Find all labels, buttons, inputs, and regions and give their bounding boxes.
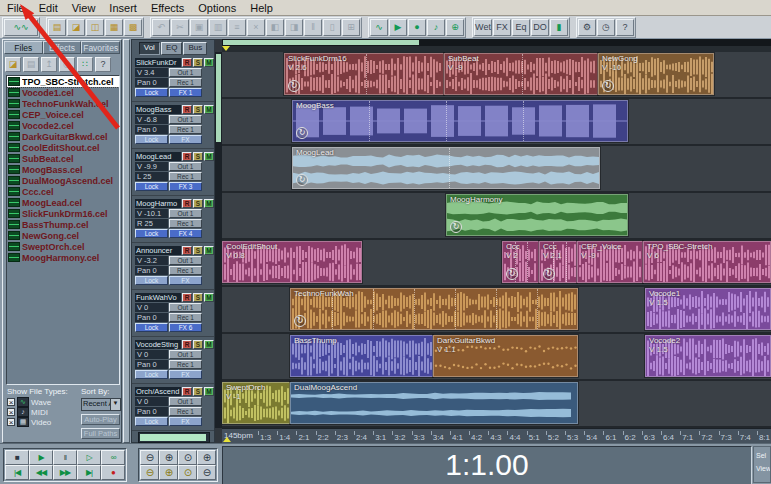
lock-button[interactable]: Lock — [135, 276, 168, 285]
solo-button[interactable]: S — [193, 246, 203, 255]
track-volume-field[interactable]: V 0 — [135, 303, 168, 312]
cut-button[interactable]: ✂ — [171, 19, 189, 36]
fx-button[interactable]: FX 3 — [169, 182, 202, 191]
clip-newgong[interactable]: NewGongV -10↻ — [598, 53, 714, 95]
pause-button[interactable]: ‖ — [53, 450, 77, 465]
clip-tpo-sbc-stretch[interactable]: TPO_SBC-StretchV 6 — [643, 241, 771, 283]
file-item[interactable]: MoogBass.cel — [7, 164, 119, 175]
output-device-button[interactable]: Out 1 — [169, 397, 202, 406]
record-arm-button[interactable]: R — [182, 293, 192, 302]
file-item[interactable]: NewGong.cel — [7, 230, 119, 241]
session-clock-button[interactable]: ◷ — [597, 19, 615, 36]
track-volume-field[interactable]: V -6.8 — [135, 115, 168, 124]
file-item[interactable]: TPO_SBC-Stretch.cel — [7, 76, 119, 87]
overdub-button[interactable]: ● — [408, 19, 426, 36]
track-volume-field[interactable]: V -9.9 — [135, 162, 168, 171]
punch-in-button[interactable]: ▶ — [389, 19, 407, 36]
metronome-button[interactable]: ♪ — [427, 19, 445, 36]
file-item[interactable]: SubBeat.cel — [7, 153, 119, 164]
solo-button[interactable]: S — [193, 199, 203, 208]
lock-button[interactable]: Lock — [135, 417, 168, 426]
clip-dualmoogascend[interactable]: DualMoogAscend — [290, 382, 578, 424]
zero-crossing-button[interactable]: ⊕ — [446, 19, 464, 36]
zoom-in-left-edge-button[interactable]: ⊖ — [197, 465, 216, 480]
sort-by-dropdown[interactable]: Recent Ac ▼ — [81, 398, 121, 411]
track-pan-field[interactable]: Pan 0 — [135, 313, 168, 322]
save-session-button[interactable]: ▦ — [105, 19, 123, 36]
record-device-button[interactable]: Rec 1 — [169, 266, 202, 275]
mute-button[interactable]: M — [204, 387, 214, 396]
clip-ccc[interactable]: CccV 2↻ — [502, 241, 539, 283]
delete-button[interactable]: × — [247, 19, 265, 36]
track-name[interactable]: FunkWahVo — [135, 293, 181, 302]
fx-button[interactable]: FX — [169, 135, 202, 144]
tab-eq[interactable]: EQ — [161, 42, 183, 55]
full-paths-button[interactable]: Full Paths — [81, 428, 120, 439]
mute-button[interactable]: M — [204, 246, 214, 255]
lock-button[interactable]: Lock — [135, 229, 168, 238]
play-button[interactable]: ▶ — [29, 450, 53, 465]
output-device-button[interactable]: Out 1 — [169, 209, 202, 218]
mute-button[interactable]: M — [204, 105, 214, 114]
record-arm-button[interactable]: R — [182, 246, 192, 255]
clip-moogbass[interactable]: MoogBass↻ — [292, 100, 628, 142]
record-device-button[interactable]: Rec 1 — [169, 313, 202, 322]
settings-button[interactable]: ⚙ — [578, 19, 596, 36]
record-arm-button[interactable]: R — [182, 340, 192, 349]
menu-edit[interactable]: Edit — [32, 2, 65, 14]
menu-insert[interactable]: Insert — [102, 2, 144, 14]
record-device-button[interactable]: Rec 1 — [169, 172, 202, 181]
zoom-in-horizontal-button[interactable]: ⊕ — [159, 450, 178, 465]
mix-paste-button[interactable]: ≡ — [228, 19, 246, 36]
playhead-marker-icon[interactable] — [222, 46, 230, 51]
record-arm-button[interactable]: R — [182, 199, 192, 208]
insert-into-multitrack-button[interactable]: ↥ — [41, 57, 57, 72]
mute-button[interactable]: M — [204, 293, 214, 302]
mute-button[interactable]: M — [204, 199, 214, 208]
solo-button[interactable]: S — [193, 340, 203, 349]
clip-mooglead[interactable]: MoogLead↻ — [292, 147, 600, 189]
clip-cooleditshout[interactable]: CoolEditShoutV 0.8 — [222, 241, 362, 283]
solo-button[interactable]: S — [193, 152, 203, 161]
file-item[interactable]: SweptOrch.cel — [7, 241, 119, 252]
menu-help[interactable]: Help — [243, 2, 280, 14]
time-display[interactable]: 1:1.00 — [222, 446, 752, 484]
menu-effects[interactable]: Effects — [144, 2, 191, 14]
file-item[interactable]: MoogHarmony.cel — [7, 252, 119, 263]
clip-vocode2[interactable]: Vocode2V 1.5 — [645, 335, 771, 377]
loop-duplicate-button[interactable]: ∿ — [370, 19, 388, 36]
file-item[interactable]: Ccc.cel — [7, 186, 119, 197]
open-append-button[interactable]: ◫ — [86, 19, 104, 36]
file-item[interactable]: DarkGuitarBkwd.cel — [7, 131, 119, 142]
record-arm-button[interactable]: R — [182, 58, 192, 67]
output-device-button[interactable]: Out 1 — [169, 256, 202, 265]
go-to-start-button[interactable]: |◀ — [5, 465, 29, 480]
clip-moogharmony[interactable]: MoogHarmony↻ — [446, 194, 628, 236]
track-volume-field[interactable]: V 0 — [135, 397, 168, 406]
record-device-button[interactable]: Rec 1 — [169, 125, 202, 134]
output-device-button[interactable]: Out 1 — [169, 350, 202, 359]
output-device-button[interactable]: Out 1 — [169, 68, 202, 77]
clip-sweptorch[interactable]: SweptOrchV -1 — [222, 382, 290, 424]
paste-button[interactable]: ▥ — [209, 19, 227, 36]
track-pan-field[interactable]: R 25 — [135, 219, 168, 228]
clip-bassthump[interactable]: BassThump — [290, 335, 433, 377]
track-volume-field[interactable]: V -10.1 — [135, 209, 168, 218]
mute-button[interactable]: M — [204, 340, 214, 349]
file-item[interactable]: MoogLead.cel — [7, 197, 119, 208]
record-arm-button[interactable]: R — [182, 152, 192, 161]
track-volume-field[interactable]: V -3.2 — [135, 256, 168, 265]
go-to-end-button[interactable]: ▶| — [77, 465, 101, 480]
play-looped-button[interactable]: ▷ — [77, 450, 101, 465]
record-arm-button[interactable]: R — [182, 105, 192, 114]
clip-technofunkwah[interactable]: TechnoFunkWah↻ — [290, 288, 578, 330]
undo-button[interactable]: ↶ — [152, 19, 170, 36]
file-options-button[interactable]: ∷ — [77, 57, 93, 72]
tab-bus[interactable]: Bus — [183, 42, 207, 55]
track-pan-field[interactable]: Pan 0 — [135, 360, 168, 369]
mute-button[interactable]: M — [204, 152, 214, 161]
timeline-ruler[interactable]: 145bpm 1:31:42:12:22:32:43:13:23:33:44:1… — [222, 428, 771, 444]
zoom-in-right-edge-button[interactable]: ⊕ — [197, 450, 216, 465]
record-device-button[interactable]: Rec 1 — [169, 407, 202, 416]
record-device-button[interactable]: Rec 1 — [169, 78, 202, 87]
